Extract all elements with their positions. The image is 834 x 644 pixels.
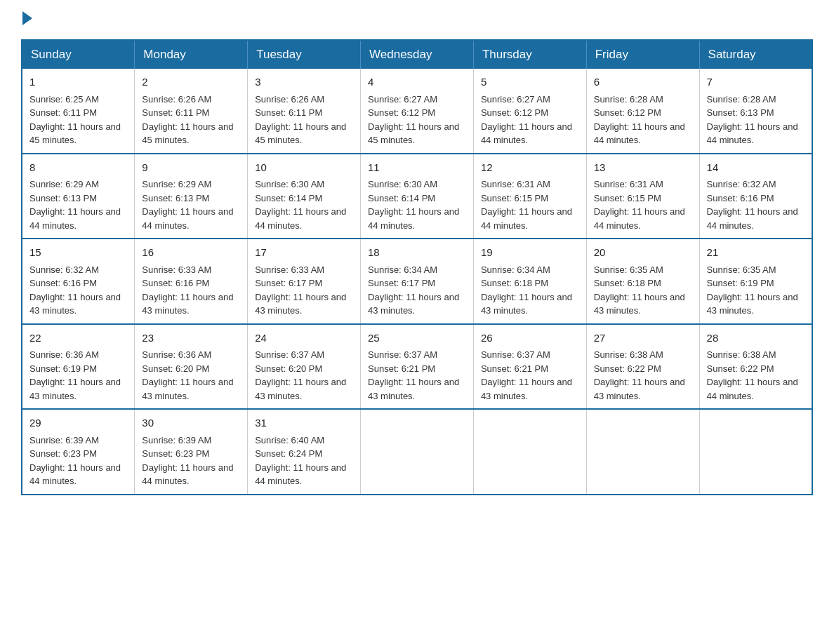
calendar-cell: 10Sunrise: 6:30 AMSunset: 6:14 PMDayligh… — [248, 154, 361, 239]
day-number: 17 — [255, 245, 353, 261]
day-number: 18 — [368, 245, 466, 261]
calendar-cell: 18Sunrise: 6:34 AMSunset: 6:17 PMDayligh… — [361, 239, 474, 324]
calendar-cell: 9Sunrise: 6:29 AMSunset: 6:13 PMDaylight… — [135, 154, 248, 239]
weekday-header-saturday: Saturday — [699, 40, 812, 69]
calendar-cell: 2Sunrise: 6:26 AMSunset: 6:11 PMDaylight… — [135, 69, 248, 154]
calendar-cell: 25Sunrise: 6:37 AMSunset: 6:21 PMDayligh… — [361, 324, 474, 410]
day-number: 7 — [707, 74, 805, 90]
day-number: 12 — [481, 160, 579, 176]
day-number: 11 — [368, 160, 466, 176]
day-number: 26 — [481, 330, 579, 347]
page-header — [21, 14, 813, 25]
calendar-cell: 20Sunrise: 6:35 AMSunset: 6:18 PMDayligh… — [586, 239, 699, 324]
weekday-header-sunday: Sunday — [22, 40, 135, 69]
day-number: 1 — [29, 74, 127, 90]
calendar-week-row: 29Sunrise: 6:39 AMSunset: 6:23 PMDayligh… — [22, 409, 812, 495]
calendar-cell: 4Sunrise: 6:27 AMSunset: 6:12 PMDaylight… — [361, 69, 474, 154]
calendar-cell: 27Sunrise: 6:38 AMSunset: 6:22 PMDayligh… — [586, 324, 699, 410]
day-number: 21 — [707, 245, 805, 261]
calendar-cell: 13Sunrise: 6:31 AMSunset: 6:15 PMDayligh… — [586, 154, 699, 239]
day-number: 2 — [142, 74, 240, 90]
logo-arrow-icon — [22, 11, 32, 25]
day-number: 6 — [594, 74, 692, 90]
day-number: 5 — [481, 74, 579, 90]
day-number: 15 — [29, 245, 127, 261]
day-number: 28 — [707, 330, 805, 347]
calendar-cell: 28Sunrise: 6:38 AMSunset: 6:22 PMDayligh… — [699, 324, 812, 410]
weekday-header-monday: Monday — [135, 40, 248, 69]
day-number: 22 — [29, 330, 127, 347]
day-number: 27 — [594, 330, 692, 347]
calendar-cell: 5Sunrise: 6:27 AMSunset: 6:12 PMDaylight… — [473, 69, 586, 154]
day-number: 4 — [368, 74, 466, 90]
calendar-cell: 31Sunrise: 6:40 AMSunset: 6:24 PMDayligh… — [248, 409, 361, 495]
day-number: 30 — [142, 415, 240, 431]
calendar-cell: 12Sunrise: 6:31 AMSunset: 6:15 PMDayligh… — [473, 154, 586, 239]
calendar-cell: 24Sunrise: 6:37 AMSunset: 6:20 PMDayligh… — [248, 324, 361, 410]
day-number: 29 — [29, 415, 127, 431]
calendar-cell: 3Sunrise: 6:26 AMSunset: 6:11 PMDaylight… — [248, 69, 361, 154]
day-number: 31 — [255, 415, 353, 431]
calendar-cell — [699, 409, 812, 495]
day-number: 23 — [142, 330, 240, 347]
calendar-week-row: 8Sunrise: 6:29 AMSunset: 6:13 PMDaylight… — [22, 154, 812, 239]
weekday-header-tuesday: Tuesday — [248, 40, 361, 69]
calendar-cell: 29Sunrise: 6:39 AMSunset: 6:23 PMDayligh… — [22, 409, 135, 495]
calendar-week-row: 22Sunrise: 6:36 AMSunset: 6:19 PMDayligh… — [22, 324, 812, 410]
calendar-cell: 22Sunrise: 6:36 AMSunset: 6:19 PMDayligh… — [22, 324, 135, 410]
calendar-cell: 1Sunrise: 6:25 AMSunset: 6:11 PMDaylight… — [22, 69, 135, 154]
calendar-cell: 14Sunrise: 6:32 AMSunset: 6:16 PMDayligh… — [699, 154, 812, 239]
day-number: 10 — [255, 160, 353, 176]
day-number: 25 — [368, 330, 466, 347]
calendar-cell: 23Sunrise: 6:36 AMSunset: 6:20 PMDayligh… — [135, 324, 248, 410]
day-number: 3 — [255, 74, 353, 90]
calendar-cell: 16Sunrise: 6:33 AMSunset: 6:16 PMDayligh… — [135, 239, 248, 324]
calendar-cell — [361, 409, 474, 495]
day-number: 19 — [481, 245, 579, 261]
weekday-header-friday: Friday — [586, 40, 699, 69]
calendar-cell: 19Sunrise: 6:34 AMSunset: 6:18 PMDayligh… — [473, 239, 586, 324]
day-number: 9 — [142, 160, 240, 176]
day-number: 24 — [255, 330, 353, 347]
day-number: 13 — [594, 160, 692, 176]
calendar-cell: 21Sunrise: 6:35 AMSunset: 6:19 PMDayligh… — [699, 239, 812, 324]
day-number: 8 — [29, 160, 127, 176]
calendar-cell — [473, 409, 586, 495]
calendar-week-row: 1Sunrise: 6:25 AMSunset: 6:11 PMDaylight… — [22, 69, 812, 154]
calendar-cell: 11Sunrise: 6:30 AMSunset: 6:14 PMDayligh… — [361, 154, 474, 239]
weekday-header-thursday: Thursday — [473, 40, 586, 69]
calendar-week-row: 15Sunrise: 6:32 AMSunset: 6:16 PMDayligh… — [22, 239, 812, 324]
day-number: 20 — [594, 245, 692, 261]
logo — [21, 14, 32, 25]
calendar-cell: 30Sunrise: 6:39 AMSunset: 6:23 PMDayligh… — [135, 409, 248, 495]
calendar-table: SundayMondayTuesdayWednesdayThursdayFrid… — [21, 39, 813, 495]
calendar-cell: 15Sunrise: 6:32 AMSunset: 6:16 PMDayligh… — [22, 239, 135, 324]
weekday-header-row: SundayMondayTuesdayWednesdayThursdayFrid… — [22, 40, 812, 69]
calendar-cell: 26Sunrise: 6:37 AMSunset: 6:21 PMDayligh… — [473, 324, 586, 410]
calendar-cell: 7Sunrise: 6:28 AMSunset: 6:13 PMDaylight… — [699, 69, 812, 154]
day-number: 16 — [142, 245, 240, 261]
calendar-cell — [586, 409, 699, 495]
day-number: 14 — [707, 160, 805, 176]
calendar-cell: 17Sunrise: 6:33 AMSunset: 6:17 PMDayligh… — [248, 239, 361, 324]
weekday-header-wednesday: Wednesday — [361, 40, 474, 69]
calendar-cell: 8Sunrise: 6:29 AMSunset: 6:13 PMDaylight… — [22, 154, 135, 239]
calendar-cell: 6Sunrise: 6:28 AMSunset: 6:12 PMDaylight… — [586, 69, 699, 154]
